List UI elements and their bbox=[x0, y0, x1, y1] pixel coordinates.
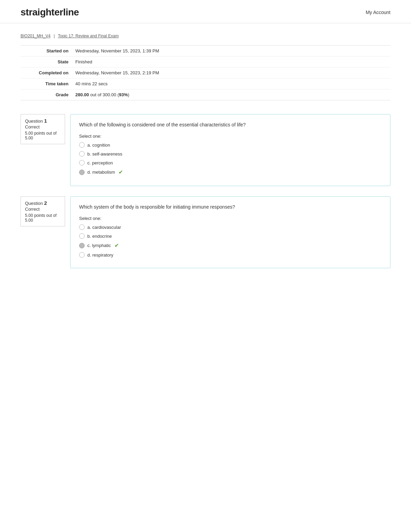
radio-circle-4[interactable] bbox=[79, 252, 85, 258]
breadcrumb: BIO201_MH_V4 | Topic 17: Review and Fina… bbox=[0, 23, 411, 42]
option-item-3[interactable]: c. lymphatic✔ bbox=[79, 242, 382, 249]
question-content-1: Which of the following is considered one… bbox=[70, 114, 390, 186]
option-item-4[interactable]: d. metabolism✔ bbox=[79, 169, 382, 175]
info-row-state: State Finished bbox=[21, 57, 390, 67]
question-number: 1 bbox=[44, 118, 47, 124]
option-text-1: a. cognition bbox=[87, 143, 110, 148]
info-row-started: Started on Wednesday, November 15, 2023,… bbox=[21, 46, 390, 57]
breadcrumb-separator: | bbox=[54, 34, 55, 38]
question-points: 5.00 points out of 5.00 bbox=[25, 131, 61, 140]
radio-circle-1[interactable] bbox=[79, 224, 85, 230]
option-item-4[interactable]: d. respiratory bbox=[79, 252, 382, 258]
grade-main: 280.00 bbox=[75, 92, 89, 97]
state-value: Finished bbox=[75, 59, 92, 64]
option-item-1[interactable]: a. cognition bbox=[79, 142, 382, 148]
started-on-value: Wednesday, November 15, 2023, 1:39 PM bbox=[75, 48, 159, 53]
option-text-1: a. cardiovascular bbox=[87, 225, 121, 230]
started-on-label: Started on bbox=[21, 48, 75, 53]
question-status: Correct bbox=[25, 207, 61, 212]
radio-circle-2[interactable] bbox=[79, 233, 85, 239]
option-text-4: d. respiratory bbox=[87, 252, 113, 258]
info-table: Started on Wednesday, November 15, 2023,… bbox=[21, 45, 390, 100]
grade-out-of: out of 300.00 ( bbox=[89, 92, 119, 97]
completed-on-label: Completed on bbox=[21, 70, 75, 75]
question-sidebar-1: Question 1 Correct 5.00 points out of 5.… bbox=[21, 114, 65, 144]
radio-circle-3[interactable] bbox=[79, 160, 85, 165]
grade-label: Grade bbox=[21, 92, 75, 97]
correct-check-icon-3: ✔ bbox=[114, 242, 119, 249]
radio-circle-4[interactable] bbox=[79, 170, 85, 175]
question-block-2: Question 2 Correct 5.00 points out of 5.… bbox=[21, 196, 390, 268]
grade-pct: 93% bbox=[119, 92, 128, 97]
option-text-3: c. lymphatic bbox=[87, 243, 111, 248]
question-block-1: Question 1 Correct 5.00 points out of 5.… bbox=[21, 114, 390, 186]
option-item-1[interactable]: a. cardiovascular bbox=[79, 224, 382, 230]
option-item-2[interactable]: b. self-awareness bbox=[79, 151, 382, 157]
question-text: Which of the following is considered one… bbox=[79, 121, 382, 128]
completed-on-value: Wednesday, November 15, 2023, 2:19 PM bbox=[75, 70, 159, 75]
time-taken-value: 40 mins 22 secs bbox=[75, 81, 108, 86]
info-row-grade: Grade 280.00 out of 300.00 (93%) bbox=[21, 89, 390, 100]
time-taken-label: Time taken bbox=[21, 81, 75, 86]
question-label: Question 2 bbox=[25, 200, 61, 206]
select-one-label: Select one: bbox=[79, 134, 382, 139]
question-text: Which system of the body is responsible … bbox=[79, 203, 382, 211]
grade-value: 280.00 out of 300.00 (93%) bbox=[75, 92, 129, 97]
question-status: Correct bbox=[25, 124, 61, 129]
question-sidebar-2: Question 2 Correct 5.00 points out of 5.… bbox=[21, 196, 65, 226]
radio-circle-3[interactable] bbox=[79, 243, 85, 248]
option-text-2: b. endocrine bbox=[87, 234, 112, 239]
option-item-3[interactable]: c. perception bbox=[79, 160, 382, 165]
logo: straighterline bbox=[21, 7, 79, 18]
select-one-label: Select one: bbox=[79, 216, 382, 221]
info-row-time: Time taken 40 mins 22 secs bbox=[21, 78, 390, 89]
question-label: Question 1 bbox=[25, 118, 61, 124]
options-list: a. cardiovascularb. endocrinec. lymphati… bbox=[79, 224, 382, 258]
question-points: 5.00 points out of 5.00 bbox=[25, 213, 61, 223]
breadcrumb-link-2[interactable]: Topic 17: Review and Final Exam bbox=[58, 34, 119, 38]
option-text-3: c. perception bbox=[87, 160, 113, 165]
info-row-completed: Completed on Wednesday, November 15, 202… bbox=[21, 67, 390, 78]
option-text-4: d. metabolism bbox=[87, 170, 115, 175]
state-label: State bbox=[21, 59, 75, 64]
logo-bold: straighterline bbox=[21, 7, 79, 17]
question-number: 2 bbox=[44, 200, 47, 206]
radio-circle-2[interactable] bbox=[79, 151, 85, 157]
correct-check-icon-4: ✔ bbox=[119, 169, 123, 175]
radio-circle-1[interactable] bbox=[79, 142, 85, 148]
breadcrumb-link-1[interactable]: BIO201_MH_V4 bbox=[21, 34, 50, 38]
options-list: a. cognitionb. self-awarenessc. percepti… bbox=[79, 142, 382, 175]
questions-area: Question 1 Correct 5.00 points out of 5.… bbox=[0, 111, 411, 282]
my-account-link[interactable]: My Account bbox=[366, 10, 390, 15]
grade-close: ) bbox=[128, 92, 129, 97]
option-item-2[interactable]: b. endocrine bbox=[79, 233, 382, 239]
option-text-2: b. self-awareness bbox=[87, 151, 122, 157]
header: straighterline My Account bbox=[0, 0, 411, 23]
question-content-2: Which system of the body is responsible … bbox=[70, 196, 390, 268]
